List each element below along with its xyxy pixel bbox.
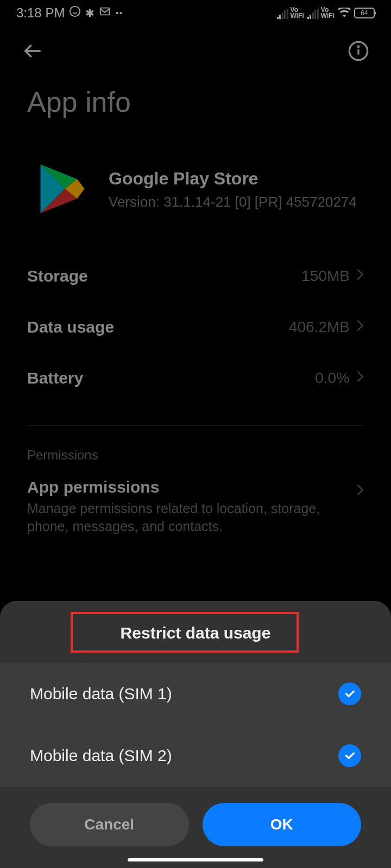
home-indicator[interactable]: [128, 858, 263, 861]
permissions-section-label: Permissions: [0, 437, 391, 468]
option-sim1[interactable]: Mobile data (SIM 1): [0, 663, 391, 725]
info-list: Storage 150MB Data usage 406.2MB Battery…: [0, 240, 391, 414]
divider: [27, 425, 364, 426]
app-header: Google Play Store Version: 31.1.14-21 [0…: [0, 151, 391, 240]
play-store-icon: [38, 162, 87, 218]
app-permissions-row[interactable]: App permissions Manage permissions relat…: [0, 468, 391, 545]
status-time: 3:18 PM: [16, 5, 65, 21]
option-sim2-label: Mobile data (SIM 2): [30, 746, 172, 765]
battery-label: Battery: [27, 369, 83, 387]
checkmark-icon: [338, 744, 361, 767]
svg-point-0: [70, 7, 80, 16]
option-sim1-label: Mobile data (SIM 1): [30, 685, 172, 703]
chevron-right-icon: [356, 483, 364, 499]
battery-icon: 64: [354, 8, 375, 18]
battery-value-wrap: 0.0%: [315, 369, 364, 387]
ok-button[interactable]: OK: [203, 803, 362, 846]
app-text: Google Play Store Version: 31.1.14-21 [0…: [109, 169, 357, 212]
data-usage-row[interactable]: Data usage 406.2MB: [27, 302, 364, 353]
vowifi-label-2: VoWiFi: [321, 7, 335, 19]
data-value: 406.2MB: [289, 318, 350, 336]
whatsapp-icon: [69, 5, 81, 21]
battery-row[interactable]: Battery 0.0%: [27, 353, 364, 404]
svg-point-5: [358, 46, 359, 47]
vowifi-label-1: VoWiFi: [291, 7, 304, 19]
dialog-buttons: Cancel OK: [0, 787, 391, 852]
option-sim2[interactable]: Mobile data (SIM 2): [0, 725, 391, 787]
storage-value-wrap: 150MB: [301, 267, 364, 285]
cancel-button[interactable]: Cancel: [30, 803, 189, 846]
annotation-highlight: [71, 612, 299, 653]
more-dots-icon: ··: [115, 5, 122, 21]
slack-icon: ✱: [85, 7, 94, 20]
dialog-options: Mobile data (SIM 1) Mobile data (SIM 2): [0, 663, 391, 787]
info-icon[interactable]: [348, 40, 369, 64]
storage-row[interactable]: Storage 150MB: [27, 251, 364, 302]
chevron-right-icon: [356, 267, 364, 285]
permissions-desc: Manage permissions related to location, …: [27, 500, 345, 535]
chevron-right-icon: [356, 369, 364, 387]
data-value-wrap: 406.2MB: [289, 318, 364, 336]
svg-rect-1: [100, 8, 110, 15]
dialog-title-wrap: Restrict data usage: [0, 601, 391, 663]
signal-2: VoWiFi: [307, 7, 335, 19]
app-name: Google Play Store: [109, 169, 357, 189]
storage-value: 150MB: [301, 267, 350, 285]
status-left: 3:18 PM ✱ ··: [16, 5, 123, 21]
status-right: VoWiFi VoWiFi 64: [277, 5, 375, 21]
battery-value: 0.0%: [315, 369, 350, 387]
app-version: Version: 31.1.14-21 [0] [PR] 455720274: [109, 193, 357, 212]
wifi-icon: [338, 5, 351, 21]
app-bar: [0, 24, 391, 75]
gmail-icon: [99, 5, 111, 21]
data-label: Data usage: [27, 318, 114, 336]
back-arrow-icon[interactable]: [22, 40, 43, 64]
page-title: App info: [0, 75, 391, 151]
chevron-right-icon: [356, 318, 364, 336]
status-bar: 3:18 PM ✱ ·· VoWiFi VoWiFi 64: [0, 0, 391, 24]
permissions-title: App permissions: [27, 478, 345, 496]
storage-label: Storage: [27, 267, 88, 285]
restrict-data-dialog: Restrict data usage Mobile data (SIM 1) …: [0, 601, 391, 868]
signal-1: VoWiFi: [277, 7, 304, 19]
checkmark-icon: [338, 682, 361, 705]
